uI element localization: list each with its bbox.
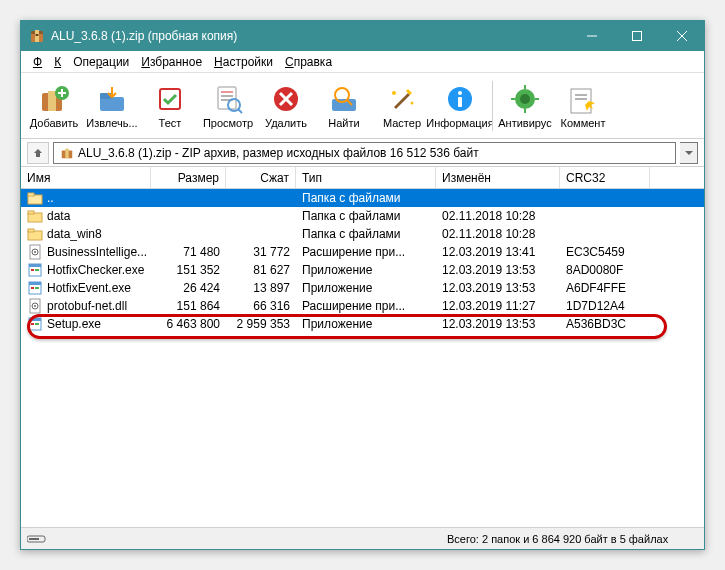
- file-crc: A6DF4FFE: [560, 281, 650, 295]
- list-row[interactable]: Setup.exe6 463 8002 959 353Приложение12.…: [21, 315, 704, 333]
- file-icon: [27, 298, 43, 314]
- list-row[interactable]: HotfixChecker.exe151 35281 627Приложение…: [21, 261, 704, 279]
- file-name: BusinessIntellige...: [47, 245, 147, 259]
- file-type: Приложение: [296, 317, 436, 331]
- add-icon: [38, 83, 70, 115]
- column-crc[interactable]: CRC32: [560, 167, 650, 188]
- file-packed: 2 959 353: [226, 317, 296, 331]
- file-type: Расширение при...: [296, 299, 436, 313]
- list-row[interactable]: ..Папка с файлами: [21, 189, 704, 207]
- view-button[interactable]: Просмотр: [199, 76, 257, 136]
- file-type: Расширение при...: [296, 245, 436, 259]
- file-packed: 31 772: [226, 245, 296, 259]
- file-icon: [27, 226, 43, 242]
- svg-rect-14: [218, 87, 236, 109]
- file-name: data_win8: [47, 227, 102, 241]
- file-crc: A536BD3C: [560, 317, 650, 331]
- list-row[interactable]: data_win8Папка с файлами02.11.2018 10:28: [21, 225, 704, 243]
- svg-rect-63: [29, 318, 41, 321]
- file-modified: 02.11.2018 10:28: [436, 209, 560, 223]
- file-icon: [27, 208, 43, 224]
- svg-rect-11: [100, 97, 124, 111]
- file-size: 6 463 800: [151, 317, 226, 331]
- add-label: Добавить: [30, 117, 79, 129]
- statusbar: Всего: 2 папок и 6 864 920 байт в 5 файл…: [21, 527, 704, 549]
- file-crc: 8AD0080F: [560, 263, 650, 277]
- file-name: Setup.exe: [47, 317, 101, 331]
- minimize-button[interactable]: [569, 21, 614, 51]
- wizard-icon: [386, 83, 418, 115]
- svg-rect-58: [35, 287, 39, 289]
- svg-rect-5: [632, 32, 641, 41]
- svg-point-27: [411, 101, 414, 104]
- svg-rect-30: [458, 97, 462, 107]
- window-controls: [569, 21, 704, 51]
- column-modified[interactable]: Изменён: [436, 167, 560, 188]
- find-button[interactable]: Найти: [315, 76, 373, 136]
- menu-help[interactable]: Справка: [279, 53, 338, 71]
- file-icon: [27, 190, 43, 206]
- test-icon: [154, 83, 186, 115]
- wizard-label: Мастер: [383, 117, 421, 129]
- file-name: ..: [47, 191, 54, 205]
- column-packed[interactable]: Сжат: [226, 167, 296, 188]
- column-size[interactable]: Размер: [151, 167, 226, 188]
- file-packed: 81 627: [226, 263, 296, 277]
- file-modified: 12.03.2019 13:53: [436, 317, 560, 331]
- svg-rect-65: [35, 323, 39, 325]
- svg-rect-64: [31, 323, 34, 325]
- path-up-button[interactable]: [27, 142, 49, 164]
- svg-rect-43: [28, 193, 34, 196]
- file-name: HotfixChecker.exe: [47, 263, 144, 277]
- comment-label: Коммент: [561, 117, 606, 129]
- list-row[interactable]: BusinessIntellige...71 48031 772Расширен…: [21, 243, 704, 261]
- delete-label: Удалить: [265, 117, 307, 129]
- extract-label: Извлечь...: [86, 117, 137, 129]
- list-row[interactable]: dataПапка с файлами02.11.2018 10:28: [21, 207, 704, 225]
- svg-rect-3: [36, 34, 39, 36]
- pathbar: ALU_3.6.8 (1).zip - ZIP архив, размер ис…: [21, 139, 704, 167]
- path-display[interactable]: ALU_3.6.8 (1).zip - ZIP архив, размер ис…: [53, 142, 676, 164]
- file-name: data: [47, 209, 70, 223]
- column-type[interactable]: Тип: [296, 167, 436, 188]
- list-row[interactable]: HotfixEvent.exe26 42413 897Приложение12.…: [21, 279, 704, 297]
- file-icon: [27, 316, 43, 332]
- titlebar[interactable]: ALU_3.6.8 (1).zip (пробная копия): [21, 21, 704, 51]
- maximize-button[interactable]: [614, 21, 659, 51]
- list-row[interactable]: protobuf-net.dll151 86466 316Расширение …: [21, 297, 704, 315]
- svg-rect-54: [35, 269, 39, 271]
- file-type: Приложение: [296, 281, 436, 295]
- test-button[interactable]: Тест: [141, 76, 199, 136]
- list-body[interactable]: ..Папка с файламиdataПапка с файлами02.1…: [21, 189, 704, 527]
- window-title: ALU_3.6.8 (1).zip (пробная копия): [51, 29, 569, 43]
- info-button[interactable]: Информация: [431, 76, 489, 136]
- menu-settings[interactable]: Настройки: [208, 53, 279, 71]
- file-packed: 13 897: [226, 281, 296, 295]
- antivirus-label: Антивирус: [498, 117, 551, 129]
- app-icon: [29, 28, 45, 44]
- svg-line-19: [238, 109, 242, 113]
- delete-button[interactable]: Удалить: [257, 76, 315, 136]
- wizard-button[interactable]: Мастер: [373, 76, 431, 136]
- comment-button[interactable]: Коммент: [554, 76, 612, 136]
- extract-button[interactable]: Извлечь...: [83, 76, 141, 136]
- file-size: 151 352: [151, 263, 226, 277]
- status-left: [27, 534, 167, 544]
- menu-operations[interactable]: Операции: [67, 53, 135, 71]
- svg-rect-53: [31, 269, 34, 271]
- path-dropdown-button[interactable]: [680, 142, 698, 164]
- menu-favorites[interactable]: Избранное: [135, 53, 208, 71]
- add-button[interactable]: Добавить: [25, 76, 83, 136]
- file-size: 71 480: [151, 245, 226, 259]
- info-label: Информация: [426, 117, 493, 129]
- antivirus-button[interactable]: Антивирус: [496, 76, 554, 136]
- file-type: Приложение: [296, 263, 436, 277]
- find-label: Найти: [328, 117, 359, 129]
- menu-commands[interactable]: К: [48, 53, 67, 71]
- menu-file[interactable]: Ф: [27, 53, 48, 71]
- file-size: 151 864: [151, 299, 226, 313]
- list-header: Имя Размер Сжат Тип Изменён CRC32: [21, 167, 704, 189]
- column-name[interactable]: Имя: [21, 167, 151, 188]
- file-name: HotfixEvent.exe: [47, 281, 131, 295]
- close-button[interactable]: [659, 21, 704, 51]
